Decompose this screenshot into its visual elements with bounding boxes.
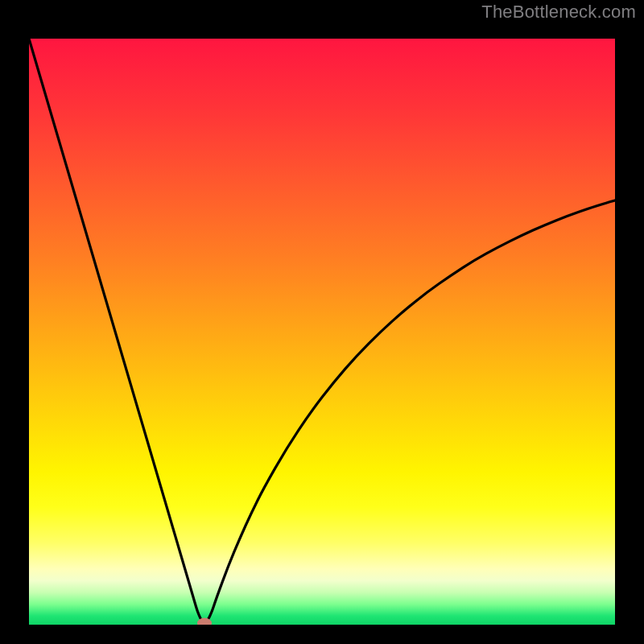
optimum-marker [197,617,212,625]
curve-path [29,39,615,622]
plot-area [29,39,615,625]
watermark-text: TheBottleneck.com [481,2,636,23]
bottleneck-curve [29,39,615,625]
